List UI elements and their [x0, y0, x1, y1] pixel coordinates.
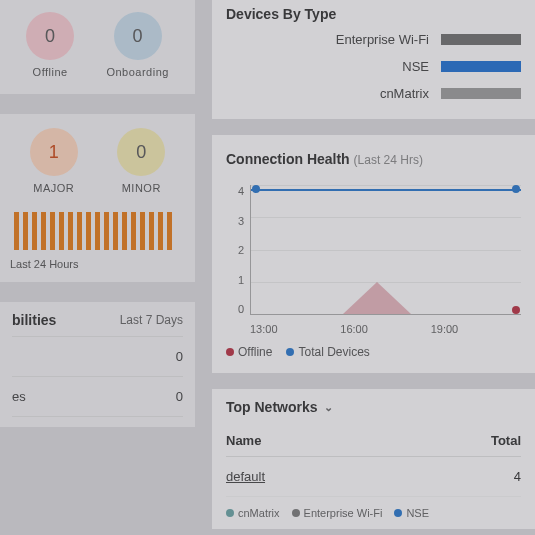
bilities-range: Last 7 Days	[120, 313, 183, 327]
top-networks-title: Top Networks	[226, 399, 318, 415]
network-total: 4	[514, 469, 521, 484]
y-axis-labels: 4 3 2 1 0	[226, 185, 244, 315]
status-offline[interactable]: 0 Offline	[26, 12, 74, 78]
dot-icon	[226, 509, 234, 517]
dot-icon	[394, 509, 402, 517]
devices-by-type-panel: Devices By Type Enterprise Wi-Fi NSE cnM…	[212, 0, 535, 119]
network-name-link[interactable]: default	[226, 469, 265, 484]
connection-health-subtitle: (Last 24 Hrs)	[354, 153, 423, 167]
offline-count: 0	[26, 12, 74, 60]
alarms-panel: 1 MAJOR 0 MINOR Last 24 Hours	[0, 114, 195, 282]
chart-point	[512, 306, 520, 314]
bility-row-label: es	[12, 389, 26, 404]
bilities-panel: bilities Last 7 Days 0 es 0	[0, 302, 195, 427]
devices-by-type-title: Devices By Type	[226, 0, 521, 32]
device-type-row: NSE	[226, 59, 521, 74]
alarm-major[interactable]: 1 MAJOR	[30, 128, 78, 194]
connection-health-chart: 4 3 2 1 0 13:00 16:00 19:00	[226, 185, 521, 335]
device-status-panel: 0 Offline 0 Onboarding	[0, 0, 195, 94]
legend-total-devices[interactable]: Total Devices	[286, 345, 369, 359]
dot-icon	[292, 509, 300, 517]
bilities-title: bilities	[12, 312, 56, 328]
offline-label: Offline	[26, 66, 74, 78]
major-label: MAJOR	[30, 182, 78, 194]
onboarding-label: Onboarding	[106, 66, 169, 78]
alarm-range-label: Last 24 Hours	[10, 258, 185, 270]
chart-point	[512, 185, 520, 193]
device-type-label: cnMatrix	[226, 86, 441, 101]
device-type-label: Enterprise Wi-Fi	[226, 32, 441, 47]
chevron-down-icon: ⌄	[324, 401, 333, 414]
top-networks-legend: cnMatrix Enterprise Wi-Fi NSE	[226, 507, 521, 519]
chart-point	[252, 185, 260, 193]
device-type-row: Enterprise Wi-Fi	[226, 32, 521, 47]
top-networks-header[interactable]: Top Networks ⌄	[226, 399, 521, 425]
col-total: Total	[491, 433, 521, 448]
alarm-bars-chart	[10, 208, 185, 250]
bility-row: 0	[12, 337, 183, 377]
device-type-label: NSE	[226, 59, 441, 74]
top-networks-panel: Top Networks ⌄ Name Total default 4 cnMa…	[212, 389, 535, 529]
device-type-bar	[441, 88, 521, 99]
dot-icon	[226, 348, 234, 356]
minor-label: MINOR	[117, 182, 165, 194]
dot-icon	[286, 348, 294, 356]
x-axis-labels: 13:00 16:00 19:00	[250, 323, 521, 335]
device-type-row: cnMatrix	[226, 86, 521, 101]
major-count: 1	[30, 128, 78, 176]
alarm-minor[interactable]: 0 MINOR	[117, 128, 165, 194]
legend-cnmatrix[interactable]: cnMatrix	[226, 507, 280, 519]
bility-row: es 0	[12, 377, 183, 417]
bility-row-value: 0	[176, 389, 183, 404]
device-type-bar	[441, 61, 521, 72]
table-row: default 4	[226, 457, 521, 497]
col-name: Name	[226, 433, 261, 448]
legend-offline[interactable]: Offline	[226, 345, 272, 359]
table-header: Name Total	[226, 425, 521, 457]
chart-legend: Offline Total Devices	[226, 345, 521, 359]
bility-row-value: 0	[176, 349, 183, 364]
status-onboarding[interactable]: 0 Onboarding	[106, 12, 169, 78]
total-devices-line	[251, 189, 521, 191]
offline-area	[343, 282, 411, 314]
legend-nse[interactable]: NSE	[394, 507, 429, 519]
connection-health-panel: Connection Health (Last 24 Hrs) 4 3 2 1 …	[212, 135, 535, 373]
legend-enterprise-wifi[interactable]: Enterprise Wi-Fi	[292, 507, 383, 519]
onboarding-count: 0	[114, 12, 162, 60]
connection-health-title: Connection Health (Last 24 Hrs)	[226, 145, 521, 177]
device-type-bar	[441, 34, 521, 45]
minor-count: 0	[117, 128, 165, 176]
chart-plot-area	[250, 185, 521, 315]
